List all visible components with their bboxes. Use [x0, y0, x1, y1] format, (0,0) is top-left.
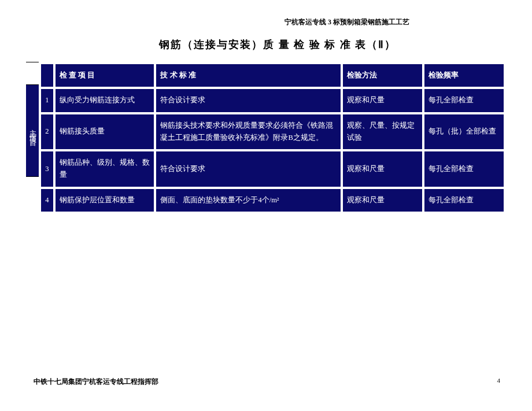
- cell-frequency: 每孔（批）全部检查: [424, 114, 504, 150]
- cell-item: 钢筋保护层位置和数量: [56, 189, 154, 212]
- row-group-label-col: 主控项目: [26, 62, 39, 214]
- col-frequency: 检验频率: [424, 64, 504, 87]
- table-row: 1 纵向受力钢筋连接方式 符合设计要求 观察和尺量 每孔全部检查: [41, 89, 504, 112]
- inspection-table: 检 查 项 目 技 术 标 准 检验方法 检验频率 1 纵向受力钢筋连接方式 符…: [39, 62, 506, 214]
- row-index: 2: [41, 114, 53, 150]
- cell-item: 钢筋品种、级别、规格、数量: [56, 151, 154, 187]
- cell-method: 观察和尺量: [343, 189, 422, 212]
- row-index: 1: [41, 89, 53, 112]
- cell-frequency: 每孔全部检查: [424, 151, 504, 187]
- cell-frequency: 每孔全部检查: [424, 189, 504, 212]
- cell-standard: 钢筋接头技术要求和外观质量要求必须符合《铁路混凝土工程施工质量验收补充标准》附录…: [156, 114, 341, 150]
- page-number: 4: [497, 377, 501, 387]
- table-row: 4 钢筋保护层位置和数量 侧面、底面的垫块数量不少于4个/m² 观察和尺量 每孔…: [41, 189, 504, 212]
- cell-item: 纵向受力钢筋连接方式: [56, 89, 154, 112]
- doc-header: 宁杭客运专线 3 标预制箱梁钢筋施工工艺: [26, 17, 506, 27]
- cell-standard: 符合设计要求: [156, 89, 341, 112]
- table-row: 3 钢筋品种、级别、规格、数量 符合设计要求 观察和尺量 每孔全部检查: [41, 151, 504, 187]
- cell-method: 观察、尺量、按规定试验: [343, 114, 422, 150]
- row-group-label: 主控项目: [26, 84, 39, 177]
- col-method: 检验方法: [343, 64, 422, 87]
- cell-method: 观察和尺量: [343, 151, 422, 187]
- col-blank: [41, 64, 53, 87]
- page-footer: 中铁十七局集团宁杭客运专线工程指挥部 4: [34, 377, 500, 387]
- inspection-table-wrap: 主控项目 检 查 项 目 技 术 标 准 检验方法 检验频率 1 纵向受力钢筋连…: [26, 62, 506, 214]
- cell-item: 钢筋接头质量: [56, 114, 154, 150]
- col-inspect-item: 检 查 项 目: [56, 64, 154, 87]
- cell-frequency: 每孔全部检查: [424, 89, 504, 112]
- page-title: 钢筋（连接与安装）质 量 检 验 标 准 表（Ⅱ）: [26, 38, 506, 51]
- row-index: 4: [41, 189, 53, 212]
- table-row: 2 钢筋接头质量 钢筋接头技术要求和外观质量要求必须符合《铁路混凝土工程施工质量…: [41, 114, 504, 150]
- table-header-row: 检 查 项 目 技 术 标 准 检验方法 检验频率: [41, 64, 504, 87]
- cell-standard: 符合设计要求: [156, 151, 341, 187]
- row-index: 3: [41, 151, 53, 187]
- cell-standard: 侧面、底面的垫块数量不少于4个/m²: [156, 189, 341, 212]
- footer-org: 中铁十七局集团宁杭客运专线工程指挥部: [34, 377, 158, 387]
- cell-method: 观察和尺量: [343, 89, 422, 112]
- col-technical-standard: 技 术 标 准: [156, 64, 341, 87]
